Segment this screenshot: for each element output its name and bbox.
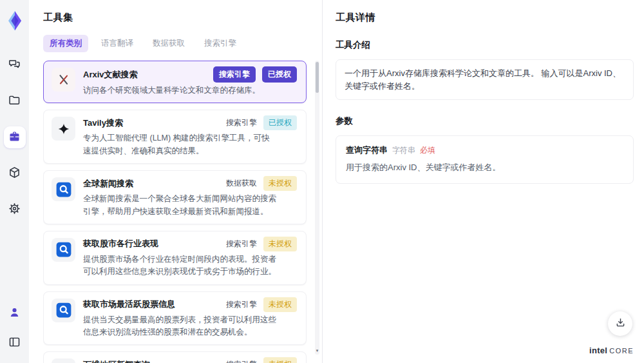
auth-status-badge: 未授权: [263, 237, 297, 251]
tool-description: 提供股票市场各个行业在特定时间段内的表现。投资者可以利用这些信息来识别表现优于或…: [83, 253, 276, 279]
gear-icon: [8, 202, 21, 218]
tool-list-panel: 工具集 所有类别语言翻译数据获取搜索引擎 Arxiv文献搜索搜索引擎已授权访问各…: [29, 0, 322, 363]
tool-card-2[interactable]: Tavily搜索搜索引擎已授权专为人工智能代理 (LLM) 构建的搜索引擎工具，…: [43, 110, 307, 164]
tool-description: 专为人工智能代理 (LLM) 构建的搜索引擎工具，可快速提供实时、准确和真实的结…: [83, 132, 276, 157]
tool-description: 提供当天交易量最高的股票列表，投资者可以利用这些信息来识别流动性强的股票和潜在的…: [83, 314, 276, 339]
sidebar-item-packages[interactable]: [4, 162, 26, 184]
sidebar-item-account[interactable]: [4, 302, 26, 324]
app-window: 工具集 所有类别语言翻译数据获取搜索引擎 Arxiv文献搜索搜索引擎已授权访问各…: [0, 0, 644, 363]
auth-status-badge: 未授权: [263, 297, 297, 312]
sidebar-item-settings[interactable]: [4, 199, 26, 221]
tool-card-4[interactable]: 获取股市各行业表现搜索引擎未授权提供股票市场各个行业在特定时间段内的表现。投资者…: [43, 231, 307, 285]
tool-card-3[interactable]: 全球新闻搜索数据获取未授权全球新闻搜索是一个聚合全球各大新闻网站内容的搜索引擎，…: [43, 170, 307, 224]
news-search-icon: [52, 177, 75, 201]
params-heading: 参数: [336, 115, 634, 127]
panel-toggle-icon: [8, 335, 21, 351]
intro-text: 一个用于从Arxiv存储库搜索科学论文和文章的工具。 输入可以是Arxiv ID…: [336, 59, 634, 100]
cube-icon: [8, 166, 21, 182]
param-card: 查询字符串 字符串 必填 用于搜索的Arxiv ID、关键字或作者姓名。: [336, 135, 634, 184]
brand-core-text: core: [609, 347, 634, 355]
tab-2[interactable]: 语言翻译: [95, 35, 140, 52]
tab-4[interactable]: 搜索引擎: [198, 35, 243, 52]
sidebar-item-chat[interactable]: [4, 54, 26, 76]
tool-name: 获取股市各行业表现: [83, 238, 158, 250]
brand-intel-text: intel: [589, 346, 607, 355]
arxiv-icon: [52, 68, 75, 92]
page-title: 工具集: [43, 12, 322, 24]
tool-description: 访问各个研究领域大量科学论文和文章的存储库。: [83, 84, 276, 97]
auth-status-badge[interactable]: 已授权: [262, 66, 297, 83]
param-name: 查询字符串: [346, 144, 388, 156]
tool-name: Tavily搜索: [83, 117, 123, 129]
newspaper-icon: [52, 358, 75, 363]
intel-core-logo: intel core: [589, 346, 634, 355]
sidebar-item-collapse-panel[interactable]: [4, 332, 26, 354]
chat-icon: [8, 57, 21, 74]
tool-detail-panel: 工具详情 工具介绍 一个用于从Arxiv存储库搜索科学论文和文章的工具。 输入可…: [322, 0, 644, 363]
auth-status-badge: 已授权: [263, 115, 297, 130]
tool-name: 全球新闻搜索: [83, 178, 133, 190]
intro-heading: 工具介绍: [336, 39, 634, 51]
category-badge: 搜索引擎: [226, 117, 257, 128]
news-search-icon: [52, 238, 75, 262]
category-badge: 搜索引擎: [226, 239, 257, 250]
auth-status-badge: 未授权: [263, 357, 297, 363]
download-icon: [614, 317, 627, 331]
list-scrollbar[interactable]: ▾: [315, 61, 319, 355]
download-button[interactable]: [608, 311, 632, 336]
tool-card-5[interactable]: 获取市场最活跃股票信息搜索引擎未授权提供当天交易量最高的股票列表，投资者可以利用…: [43, 291, 307, 346]
param-description: 用于搜索的Arxiv ID、关键字或作者姓名。: [346, 162, 623, 173]
tab-3[interactable]: 数据获取: [146, 35, 191, 52]
tool-list: Arxiv文献搜索搜索引擎已授权访问各个研究领域大量科学论文和文章的存储库。Ta…: [43, 61, 307, 363]
news-search-icon: [52, 299, 75, 322]
scrollbar-down-arrow-icon[interactable]: ▾: [315, 348, 319, 353]
app-logo-gem-icon: [5, 10, 24, 31]
sidebar-item-files[interactable]: [4, 90, 26, 112]
auth-status-badge: 未授权: [263, 176, 297, 191]
detail-title: 工具详情: [336, 12, 634, 24]
tool-name: Arxiv文献搜索: [83, 69, 138, 81]
briefcase-icon: [8, 130, 21, 146]
star-icon: [52, 117, 75, 141]
tool-name: 万维地区新闻查询: [83, 359, 150, 363]
tab-1[interactable]: 所有类别: [43, 35, 88, 52]
sidebar: [0, 0, 29, 363]
category-tabs: 所有类别语言翻译数据获取搜索引擎: [43, 35, 322, 52]
tool-description: 全球新闻搜索是一个聚合全球各大新闻网站内容的搜索引擎，帮助用户快速获取全球最新资…: [83, 193, 276, 218]
tool-card-1[interactable]: Arxiv文献搜索搜索引擎已授权访问各个研究领域大量科学论文和文章的存储库。: [43, 61, 307, 103]
category-badge: 搜索引擎: [226, 359, 257, 363]
category-badge[interactable]: 搜索引擎: [213, 66, 256, 83]
scrollbar-thumb[interactable]: [316, 62, 319, 93]
folder-icon: [8, 93, 21, 110]
user-icon: [8, 306, 21, 322]
tool-name: 获取市场最活跃股票信息: [83, 299, 175, 310]
sidebar-item-tools[interactable]: [4, 126, 26, 148]
tool-card-6[interactable]: 万维地区新闻查询搜索引擎未授权查询具体行政区划内的新闻，快速了解各地新闻动态。: [43, 351, 307, 363]
param-type: 字符串: [392, 145, 415, 156]
category-badge: 搜索引擎: [226, 299, 257, 310]
category-badge: 数据获取: [226, 178, 257, 189]
param-required-badge: 必填: [420, 145, 435, 156]
